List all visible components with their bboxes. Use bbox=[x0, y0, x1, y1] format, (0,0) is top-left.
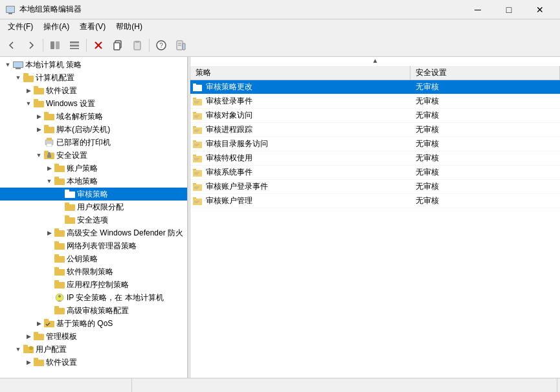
network-list-expander bbox=[44, 241, 54, 251]
tree-computer-config[interactable]: ▼ 计算机配置 bbox=[0, 71, 187, 84]
root-icon bbox=[13, 60, 23, 70]
tree-windows-settings[interactable]: ▼ Windows 设置 bbox=[0, 97, 187, 110]
tree-user-rights[interactable]: 用户权限分配 bbox=[0, 201, 187, 213]
back-button[interactable] bbox=[3, 36, 21, 54]
menu-help[interactable]: 帮助(H) bbox=[111, 20, 148, 34]
policy-icon-1 bbox=[193, 97, 203, 106]
tree-ip-security[interactable]: IP 安全策略，在 本地计算机 bbox=[0, 291, 187, 304]
tree-panel[interactable]: ▼ 本地计算机 策略 ▼ 计算机配置 ▶ bbox=[0, 57, 188, 378]
export-button[interactable] bbox=[172, 36, 190, 54]
user-config-expander[interactable]: ▼ bbox=[13, 344, 23, 354]
forward-button[interactable] bbox=[22, 36, 40, 54]
copy-button[interactable] bbox=[109, 36, 127, 54]
qos-icon bbox=[44, 318, 54, 329]
svg-rect-44 bbox=[65, 191, 75, 198]
row-policy-0: 审核策略更改 bbox=[190, 82, 410, 93]
computer-config-expander[interactable]: ▼ bbox=[13, 72, 23, 83]
advanced-audit-expander bbox=[44, 305, 54, 316]
svg-rect-4 bbox=[56, 41, 60, 49]
tree-qos[interactable]: ▶ 基于策略的 QoS bbox=[0, 317, 187, 330]
view-button[interactable] bbox=[65, 36, 84, 54]
tree-software-settings[interactable]: ▶ 软件设置 bbox=[0, 84, 187, 97]
tree-dns[interactable]: ▶ 域名解析策略 bbox=[0, 110, 187, 123]
scroll-indicator[interactable]: ▲ bbox=[190, 57, 560, 66]
show-tree-button[interactable] bbox=[46, 36, 64, 54]
tree-public-key[interactable]: 公钥策略 bbox=[0, 252, 187, 265]
tree-software-settings2[interactable]: ▶ 软件设置 bbox=[0, 356, 187, 369]
tree-app-control[interactable]: 应用程序控制策略 bbox=[0, 278, 187, 291]
user-config-label: 用户配置 bbox=[36, 344, 67, 355]
software-settings2-icon bbox=[34, 357, 44, 367]
tree-security-settings[interactable]: ▼ 安全设置 bbox=[0, 149, 187, 162]
menu-file[interactable]: 文件(F) bbox=[3, 20, 38, 34]
svg-rect-48 bbox=[65, 217, 75, 224]
tree-printers[interactable]: 已部署的打印机 bbox=[0, 136, 187, 149]
security-settings-label: 安全设置 bbox=[56, 150, 87, 161]
status-bar bbox=[0, 378, 560, 392]
software-settings-label: 软件设置 bbox=[46, 85, 77, 96]
tree-software-restrict[interactable]: 软件限制策略 bbox=[0, 265, 187, 278]
list-item[interactable]: 审核账户登录事件 无审核 bbox=[190, 180, 560, 194]
windows-settings-icon bbox=[34, 98, 44, 109]
status-segment-2 bbox=[132, 378, 557, 392]
tree-advanced-audit[interactable]: 高级审核策略配置 bbox=[0, 304, 187, 317]
list-item[interactable]: 审核对象访问 无审核 bbox=[190, 109, 560, 123]
list-item[interactable]: 审核系统事件 无审核 bbox=[190, 166, 560, 180]
minimize-button[interactable]: ─ bbox=[463, 0, 493, 19]
menu-view[interactable]: 查看(V) bbox=[74, 20, 111, 34]
security-options-icon bbox=[65, 215, 75, 225]
toolbar-sep-1 bbox=[43, 39, 43, 52]
svg-rect-13 bbox=[135, 41, 139, 43]
software-settings-expander[interactable]: ▶ bbox=[23, 85, 34, 96]
tree-user-config[interactable]: ▼ 用户配置 bbox=[0, 343, 187, 356]
app-control-label: 应用程序控制策略 bbox=[67, 279, 129, 290]
list-body: 审核策略更改 无审核 审核登录事件 无审核 审核对象访问 bbox=[190, 80, 560, 378]
paste-button[interactable] bbox=[128, 36, 146, 54]
svg-rect-101 bbox=[193, 184, 202, 191]
advanced-security-expander[interactable]: ▶ bbox=[44, 228, 54, 238]
list-item[interactable]: 审核特权使用 无审核 bbox=[190, 151, 560, 166]
policy-icon-7 bbox=[193, 182, 203, 191]
tree-root[interactable]: ▼ 本地计算机 策略 bbox=[0, 58, 187, 71]
tree-local-policy[interactable]: ▼ 本地策略 bbox=[0, 175, 187, 188]
scripts-expander[interactable]: ▶ bbox=[34, 124, 44, 135]
tree-audit-policy[interactable]: 审核策略 bbox=[0, 188, 187, 201]
row-policy-text-4: 审核目录服务访问 bbox=[206, 138, 268, 149]
header-security[interactable]: 安全设置 bbox=[410, 66, 560, 80]
tree-admin-templates[interactable]: ▶ 管理模板 bbox=[0, 330, 187, 343]
list-item[interactable]: 审核登录事件 无审核 bbox=[190, 94, 560, 109]
row-policy-2: 审核对象访问 bbox=[190, 110, 410, 121]
svg-rect-77 bbox=[193, 99, 202, 105]
tree-account-policy[interactable]: ▶ 账户策略 bbox=[0, 162, 187, 175]
delete-button[interactable] bbox=[89, 36, 107, 54]
policy-icon-8 bbox=[193, 197, 203, 206]
software-settings2-expander[interactable]: ▶ bbox=[23, 357, 34, 367]
windows-settings-expander[interactable]: ▼ bbox=[23, 98, 34, 109]
windows-settings-label: Windows 设置 bbox=[46, 98, 95, 109]
tree-advanced-security[interactable]: ▶ 高级安全 Windows Defender 防火 bbox=[0, 226, 187, 239]
qos-label: 基于策略的 QoS bbox=[56, 318, 113, 329]
tree-security-options[interactable]: 安全选项 bbox=[0, 213, 187, 226]
software-restrict-icon bbox=[54, 267, 65, 277]
tree-network-list[interactable]: 网络列表管理器策略 bbox=[0, 239, 187, 252]
list-item[interactable]: 审核进程跟踪 无审核 bbox=[190, 123, 560, 137]
admin-templates-expander[interactable]: ▶ bbox=[23, 331, 34, 342]
maximize-button[interactable]: □ bbox=[494, 0, 524, 19]
header-policy[interactable]: 策略 bbox=[190, 66, 410, 80]
local-policy-expander[interactable]: ▼ bbox=[44, 176, 54, 186]
account-policy-expander[interactable]: ▶ bbox=[44, 163, 54, 173]
network-list-label: 网络列表管理器策略 bbox=[67, 241, 137, 252]
close-button[interactable]: ✕ bbox=[525, 0, 555, 19]
security-settings-expander[interactable]: ▼ bbox=[34, 150, 44, 160]
list-item[interactable]: 审核策略更改 无审核 bbox=[190, 80, 560, 94]
root-expander[interactable]: ▼ bbox=[3, 60, 13, 70]
toolbar-sep-2 bbox=[86, 39, 87, 52]
tree-scripts[interactable]: ▶ 脚本(启动/关机) bbox=[0, 123, 187, 136]
qos-expander[interactable]: ▶ bbox=[34, 318, 44, 329]
help-button[interactable]: ? bbox=[152, 36, 170, 54]
list-item[interactable]: 审核账户管理 无审核 bbox=[190, 194, 560, 208]
svg-rect-17 bbox=[183, 43, 185, 50]
menu-action[interactable]: 操作(A) bbox=[38, 20, 74, 34]
list-item[interactable]: 审核目录服务访问 无审核 bbox=[190, 137, 560, 151]
dns-expander[interactable]: ▶ bbox=[34, 111, 44, 122]
